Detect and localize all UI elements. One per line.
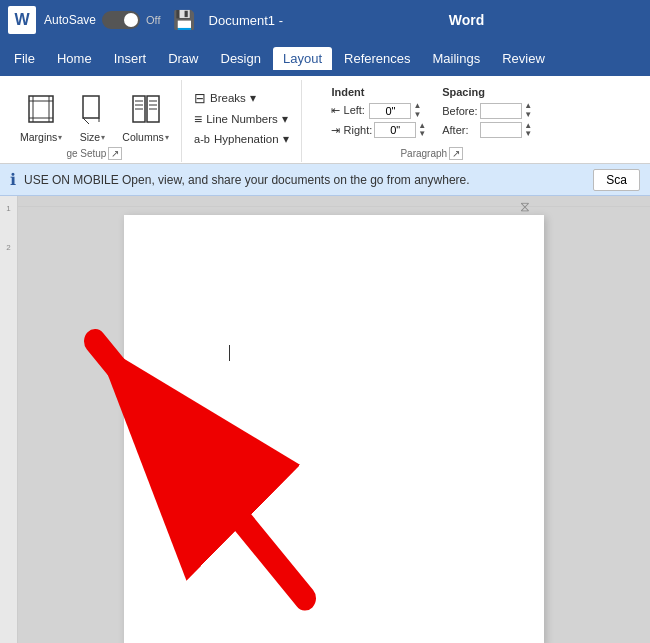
columns-label: Columns [122,131,163,143]
autosave-label: AutoSave [44,13,96,27]
page-options-group: ⊟ Breaks ▾ ≡ Line Numbers ▾ a-b Hyphenat… [182,80,302,162]
hyphenation-label: Hyphenation [214,133,279,145]
size-icon [78,94,106,129]
columns-button[interactable]: Columns ▾ [118,92,172,145]
indent-left-down[interactable]: ▼ [413,111,421,120]
hyphenation-caret: ▾ [283,132,289,146]
breaks-icon: ⊟ [194,90,206,106]
toggle-off-label: Off [146,14,160,26]
size-button[interactable]: Size ▾ [70,92,114,145]
indent-header: Indent [331,86,426,98]
indent-left-label: ⇤ Left: [331,104,367,117]
info-message: USE ON MOBILE Open, view, and share your… [24,173,470,187]
spacing-before-down[interactable]: ▼ [524,111,532,120]
page-setup-expand[interactable]: ↗ [108,147,122,160]
columns-caret: ▾ [165,133,169,142]
document-area: 1 2 ⧖ [0,196,650,643]
spacing-section: Spacing Before: ▲ ▼ After: ▲ ▼ [442,86,532,139]
info-bar: ℹ USE ON MOBILE Open, view, and share yo… [0,164,650,196]
hyphenation-button[interactable]: a-b Hyphenation ▾ [190,130,292,148]
ribbon: Margins ▾ Size ▾ [0,76,650,164]
spacing-before-input[interactable] [480,103,522,119]
indent-spacing-group: Indent ⇤ Left: ▲ ▼ ⇥ Right: ▲ ▼ [302,80,562,162]
autosave-area: AutoSave Off [44,11,161,29]
save-button[interactable]: 💾 [173,9,195,31]
menu-references[interactable]: References [334,47,420,70]
ruler-mark-1: 1 [6,204,10,213]
indent-spacing-content: Indent ⇤ Left: ▲ ▼ ⇥ Right: ▲ ▼ [331,82,532,139]
line-numbers-icon: ≡ [194,111,202,127]
menu-design[interactable]: Design [211,47,271,70]
menu-review[interactable]: Review [492,47,555,70]
svg-rect-5 [83,96,99,118]
indent-section: Indent ⇤ Left: ▲ ▼ ⇥ Right: ▲ ▼ [331,86,426,139]
margins-caret: ▾ [58,133,62,142]
page-setup-buttons: Margins ▾ Size ▾ [16,82,173,145]
menu-draw[interactable]: Draw [158,47,208,70]
word-logo: W [8,6,36,34]
paragraph-expand[interactable]: ↗ [449,147,463,160]
size-label: Size [80,131,100,143]
paragraph-label: Paragraph ↗ [400,145,463,160]
page-options-buttons: ⊟ Breaks ▾ ≡ Line Numbers ▾ a-b Hyphenat… [190,82,292,148]
scan-button[interactable]: Sca [593,169,640,191]
app-name: Word [449,12,485,28]
spacing-header: Spacing [442,86,532,98]
breaks-button[interactable]: ⊟ Breaks ▾ [190,88,292,108]
indent-left-input[interactable] [369,103,411,119]
line-numbers-button[interactable]: ≡ Line Numbers ▾ [190,109,292,129]
columns-icon [131,94,161,129]
breaks-caret: ▾ [250,91,256,105]
menu-bar: File Home Insert Draw Design Layout Refe… [0,40,650,76]
info-icon: ℹ [10,170,16,189]
margins-icon [25,94,57,129]
indent-right-row: ⇥ Right: ▲ ▼ [331,122,426,140]
menu-mailings[interactable]: Mailings [423,47,491,70]
title-bar: W AutoSave Off 💾 Document1 - Word [0,0,650,40]
ruler-mark-2: 2 [6,243,10,252]
line-numbers-label: Line Numbers [206,113,278,125]
hyphenation-icon: a-b [194,133,210,145]
menu-insert[interactable]: Insert [104,47,157,70]
menu-file[interactable]: File [4,47,45,70]
margins-button[interactable]: Margins ▾ [16,92,66,145]
spacing-before-spinner[interactable]: ▲ ▼ [524,102,532,120]
autosave-toggle[interactable] [102,11,140,29]
spacing-before-row: Before: ▲ ▼ [442,102,532,120]
menu-home[interactable]: Home [47,47,102,70]
spacing-after-spinner[interactable]: ▲ ▼ [524,122,532,140]
toggle-knob [124,13,138,27]
page-setup-group: Margins ▾ Size ▾ [8,80,182,162]
spacing-after-input[interactable] [480,122,522,138]
ruler-left: 1 2 [0,196,18,643]
indent-right-input[interactable] [374,122,416,138]
document-title: Document1 - [209,13,283,28]
svg-line-6 [83,118,89,124]
line-numbers-caret: ▾ [282,112,288,126]
size-caret: ▾ [101,133,105,142]
indent-left-row: ⇤ Left: ▲ ▼ [331,102,426,120]
text-cursor [229,345,230,361]
breaks-label: Breaks [210,92,246,104]
spacing-after-label: After: [442,124,478,136]
indent-left-spinner[interactable]: ▲ ▼ [413,102,421,120]
margins-label: Margins [20,131,57,143]
indent-right-down[interactable]: ▼ [418,130,426,139]
canvas-area: ⧖ [18,196,650,643]
indent-right-spinner[interactable]: ▲ ▼ [418,122,426,140]
spacing-after-down[interactable]: ▼ [524,130,532,139]
menu-layout[interactable]: Layout [273,47,332,70]
page-setup-label: ge Setup ↗ [66,145,122,160]
ruler-top: ⧖ [18,206,650,207]
spacing-after-row: After: ▲ ▼ [442,122,532,140]
spacing-before-label: Before: [442,105,478,117]
document-page[interactable] [124,215,544,643]
indent-right-label: ⇥ Right: [331,124,372,137]
